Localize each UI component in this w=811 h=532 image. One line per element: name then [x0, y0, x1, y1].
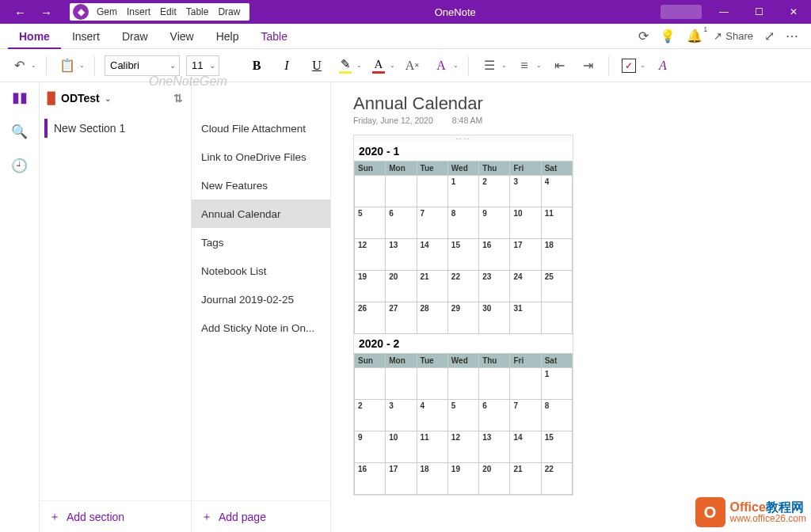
nav-forward-icon[interactable]: → — [40, 6, 52, 19]
calendar-cell[interactable]: 9 — [479, 207, 510, 239]
calendar-cell[interactable]: 12 — [355, 239, 386, 271]
sync-icon[interactable]: ⟳ — [638, 28, 649, 44]
add-page-button[interactable]: ＋ Add page — [192, 500, 330, 532]
calendar-cell[interactable]: 8 — [447, 207, 478, 239]
calendar-cell[interactable]: 10 — [510, 207, 541, 239]
maximize-button[interactable]: ☐ — [741, 0, 776, 24]
page-item[interactable]: Add Sticky Note in On... — [192, 314, 330, 342]
calendar-cell[interactable]: 21 — [417, 271, 447, 302]
underline-button[interactable]: U — [305, 55, 329, 77]
calendar-cell[interactable]: 30 — [479, 302, 510, 334]
calendar-cell[interactable]: 10 — [386, 431, 417, 463]
styles-pane-button[interactable]: A — [652, 55, 674, 77]
calendar-cell[interactable]: 3 — [510, 176, 541, 207]
calendar-cell[interactable]: 17 — [510, 239, 541, 271]
tab-view[interactable]: View — [159, 24, 205, 49]
calendar-cell[interactable]: 11 — [541, 207, 572, 239]
tab-insert[interactable]: Insert — [61, 24, 111, 49]
calendar-cell[interactable]: 7 — [417, 207, 447, 239]
indent-button[interactable]: ⇥ — [577, 55, 599, 77]
calendar-cell[interactable]: 20 — [479, 463, 510, 495]
calendar-cell[interactable] — [355, 176, 386, 207]
calendar-cell[interactable] — [386, 368, 417, 400]
calendar-cell[interactable] — [447, 368, 478, 400]
tab-table[interactable]: Table — [249, 24, 298, 49]
calendar-cell[interactable] — [355, 368, 386, 400]
font-family-select[interactable]: Calibri — [105, 55, 180, 76]
page-item[interactable]: Notebook List — [192, 256, 330, 285]
gem-tab[interactable]: Edit — [155, 6, 181, 17]
lightbulb-icon[interactable]: 💡 — [660, 28, 676, 44]
calendar-cell[interactable]: 26 — [355, 302, 386, 334]
clear-formatting-button[interactable]: A✕ — [402, 55, 424, 77]
font-color-button[interactable]: A⌄ — [368, 58, 395, 74]
note-container[interactable]: ⋯⋯ 2020 - 1SunMonTueWedThuFriSat12345678… — [353, 135, 573, 496]
calendar-cell[interactable]: 19 — [447, 463, 478, 495]
page-content[interactable]: Annual Calendar Friday, June 12, 2020 8:… — [331, 82, 811, 532]
calendar-cell[interactable]: 13 — [386, 239, 417, 271]
close-button[interactable]: ✕ — [776, 0, 811, 24]
paste-button[interactable]: 📋⌄ — [56, 55, 85, 77]
recent-icon[interactable]: 🕘 — [11, 158, 28, 174]
calendar-cell[interactable]: 15 — [541, 431, 572, 463]
share-button[interactable]: ↗ Share — [714, 30, 753, 42]
sort-icon[interactable]: ⇅ — [173, 92, 183, 104]
calendar-cell[interactable]: 5 — [447, 400, 478, 431]
todo-tag-button[interactable]: ✓⌄ — [619, 59, 645, 73]
calendar-cell[interactable]: 2 — [479, 176, 510, 207]
calendar-cell[interactable]: 14 — [417, 239, 447, 271]
calendar-cell[interactable]: 22 — [447, 271, 478, 302]
tab-home[interactable]: Home — [8, 24, 61, 49]
calendar-cell[interactable]: 13 — [479, 431, 510, 463]
page-item[interactable]: New Features — [192, 171, 330, 200]
calendar-cell[interactable]: 27 — [386, 302, 417, 334]
calendar-cell[interactable]: 17 — [386, 463, 417, 495]
add-section-button[interactable]: ＋ Add section — [40, 500, 191, 532]
nav-back-icon[interactable]: ← — [14, 6, 26, 19]
calendar-cell[interactable]: 28 — [417, 302, 447, 334]
calendar-cell[interactable]: 14 — [510, 431, 541, 463]
outdent-button[interactable]: ⇤ — [548, 55, 570, 77]
page-item[interactable]: Annual Calendar — [192, 200, 330, 228]
calendar-cell[interactable]: 12 — [447, 431, 478, 463]
calendar-cell[interactable] — [541, 302, 572, 334]
more-icon[interactable]: ⋯ — [786, 28, 798, 44]
calendar-cell[interactable]: 6 — [479, 400, 510, 431]
text-styles-button[interactable]: A⌄ — [430, 55, 459, 77]
calendar-cell[interactable] — [417, 368, 447, 400]
calendar-cell[interactable] — [510, 368, 541, 400]
calendar-cell[interactable]: 18 — [541, 239, 572, 271]
gem-tab[interactable]: Draw — [213, 6, 245, 17]
bullet-list-button[interactable]: ☰⌄ — [478, 55, 507, 77]
font-size-select[interactable]: 11 — [186, 55, 219, 76]
calendar-cell[interactable]: 16 — [355, 463, 386, 495]
calendar-cell[interactable]: 16 — [479, 239, 510, 271]
notebook-picker[interactable]: ▉ ODTest ⌄ ⇅ — [40, 82, 191, 114]
container-handle[interactable]: ⋯⋯ — [354, 135, 573, 142]
calendar-cell[interactable]: 20 — [386, 271, 417, 302]
tab-help[interactable]: Help — [205, 24, 250, 49]
italic-button[interactable]: I — [275, 55, 299, 77]
calendar-cell[interactable]: 4 — [417, 400, 447, 431]
page-item[interactable]: Link to OneDrive Files — [192, 142, 330, 171]
highlight-button[interactable]: ✎⌄ — [335, 57, 362, 74]
page-title[interactable]: Annual Calendar — [353, 93, 789, 114]
calendar-cell[interactable]: 11 — [417, 431, 447, 463]
calendar-cell[interactable]: 23 — [479, 271, 510, 302]
calendar-cell[interactable]: 29 — [447, 302, 478, 334]
bold-button[interactable]: B — [245, 55, 268, 77]
gem-tab[interactable]: Insert — [122, 6, 155, 17]
section-item[interactable]: New Section 1 — [40, 114, 191, 142]
gem-tab[interactable]: Gem — [92, 6, 122, 17]
calendar-cell[interactable]: 3 — [386, 400, 417, 431]
calendar-cell[interactable]: 15 — [447, 239, 478, 271]
page-item[interactable]: Journal 2019-02-25 — [192, 285, 330, 314]
calendar-cell[interactable] — [386, 176, 417, 207]
calendar-cell[interactable]: 24 — [510, 271, 541, 302]
calendar-cell[interactable]: 9 — [355, 431, 386, 463]
calendar-cell[interactable]: 5 — [355, 207, 386, 239]
gem-tab[interactable]: Table — [181, 6, 214, 17]
minimize-button[interactable]: — — [706, 0, 741, 24]
calendar-cell[interactable] — [417, 176, 447, 207]
calendar-cell[interactable]: 1 — [447, 176, 478, 207]
